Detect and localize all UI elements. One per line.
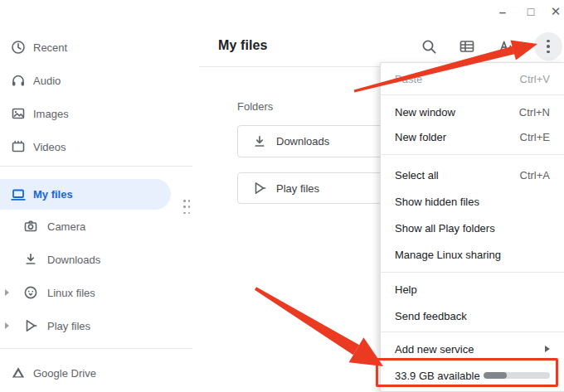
sort-az-icon[interactable]: [497, 37, 515, 56]
submenu-arrow-icon: [545, 346, 550, 352]
sidebar-item-downloads[interactable]: Downloads: [0, 243, 192, 276]
folder-card-label: Play files: [276, 182, 319, 195]
sidebar-item-camera[interactable]: Camera: [0, 210, 192, 243]
drive-icon: [10, 365, 27, 381]
expand-caret-icon[interactable]: [5, 322, 9, 329]
menu-item-show-hidden-files[interactable]: Show hidden files: [381, 189, 564, 214]
annotation-arrow-bottom: [255, 287, 359, 355]
play-icon: [22, 317, 39, 334]
files-app-window: – □ ✕ Recent Audio Images: [0, 0, 564, 392]
sidebar-item-label: Downloads: [47, 254, 100, 266]
sidebar-item-videos[interactable]: Videos: [0, 130, 192, 163]
sidebar-item-images[interactable]: Images: [0, 97, 192, 130]
maximize-button[interactable]: □: [521, 2, 541, 22]
download-icon: [22, 251, 39, 268]
menu-item-send-feedback[interactable]: Send feedback: [381, 303, 564, 328]
sidebar-item-label: Google Drive: [33, 367, 96, 380]
sidebar-item-label: My files: [33, 188, 73, 201]
menu-item-help[interactable]: Help: [381, 277, 564, 302]
menu-item-select-all[interactable]: Select all Ctrl+A: [381, 162, 564, 187]
shortcut-label: Ctrl+N: [519, 106, 550, 119]
sidebar-item-play-files[interactable]: Play files: [0, 309, 192, 342]
download-icon: [251, 133, 268, 150]
menu-item-add-new-service[interactable]: Add new service: [381, 336, 564, 361]
menu-item-new-folder[interactable]: New folder Ctrl+E: [381, 124, 564, 149]
sidebar-item-audio[interactable]: Audio: [0, 64, 192, 97]
kebab-menu-icon: [547, 40, 549, 53]
sidebar-item-label: Camera: [47, 220, 85, 233]
sidebar-item-my-files[interactable]: My files: [0, 179, 171, 210]
list-view-icon[interactable]: [458, 37, 476, 56]
annotation-arrow-bottom-head: [349, 337, 383, 366]
menu-item-new-window[interactable]: New window Ctrl+N: [381, 99, 564, 124]
storage-bar-fill: [484, 372, 507, 379]
image-icon: [10, 105, 27, 122]
menu-item-paste: Paste Ctrl+V: [381, 66, 564, 91]
menu-divider: [381, 154, 564, 155]
film-icon: [10, 138, 27, 155]
shortcut-label: Ctrl+E: [520, 131, 550, 143]
penguin-icon: [22, 284, 39, 301]
menu-divider: [381, 272, 564, 273]
minimize-button[interactable]: –: [493, 2, 513, 22]
folder-card-label: Downloads: [276, 135, 329, 148]
sidebar-item-label: Audio: [33, 75, 61, 87]
clock-icon: [10, 39, 27, 56]
menu-item-storage[interactable]: 33.9 GB available: [381, 363, 564, 388]
close-button[interactable]: ✕: [546, 2, 564, 22]
sidebar-item-label: Linux files: [47, 287, 95, 299]
shortcut-label: Ctrl+A: [520, 169, 550, 181]
menu-divider: [381, 332, 564, 332]
sidebar-splitter-handle[interactable]: [183, 200, 192, 214]
sidebar-item-linux-files[interactable]: Linux files: [0, 276, 192, 309]
shortcut-label: Ctrl+V: [520, 73, 550, 85]
expand-caret-icon[interactable]: [5, 289, 9, 296]
menu-divider: [381, 94, 564, 95]
page-title: My files: [218, 38, 268, 53]
sidebar-item-label: Recent: [33, 41, 67, 54]
sidebar-item-label: Images: [33, 108, 69, 120]
sidebar-item-recent[interactable]: Recent: [0, 31, 192, 64]
sidebar-item-label: Play files: [47, 320, 90, 332]
menu-item-show-all-play-folders[interactable]: Show all Play folders: [381, 215, 564, 240]
sidebar-divider: [0, 166, 192, 167]
folders-section-label: Folders: [237, 100, 273, 113]
headphones-icon: [10, 72, 27, 89]
search-icon[interactable]: [420, 37, 438, 56]
sidebar-divider: [0, 348, 192, 349]
sidebar-item-label: Videos: [33, 141, 66, 153]
camera-icon: [22, 218, 39, 235]
play-icon: [251, 180, 268, 196]
sidebar-item-google-drive[interactable]: Google Drive: [0, 356, 192, 390]
storage-available-label: 33.9 GB available: [395, 370, 480, 382]
more-options-menu: Paste Ctrl+V New window Ctrl+N New folde…: [380, 62, 564, 392]
laptop-icon: [10, 186, 27, 203]
storage-progress-bar: [484, 372, 550, 379]
more-options-button[interactable]: [534, 32, 562, 60]
menu-item-manage-linux-sharing[interactable]: Manage Linux sharing: [381, 242, 564, 267]
